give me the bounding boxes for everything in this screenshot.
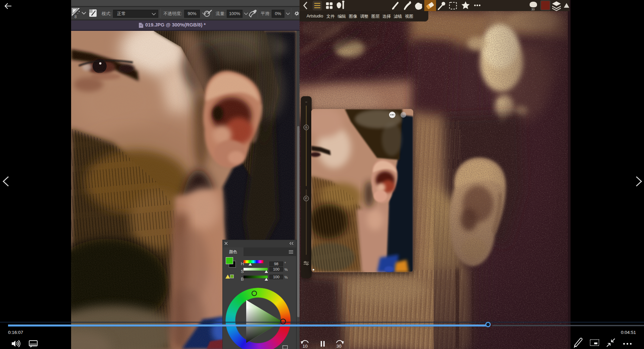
svg-text:10: 10 [303,344,308,349]
svg-text:30: 30 [336,344,341,349]
svg-text:30: 30 [531,8,535,11]
